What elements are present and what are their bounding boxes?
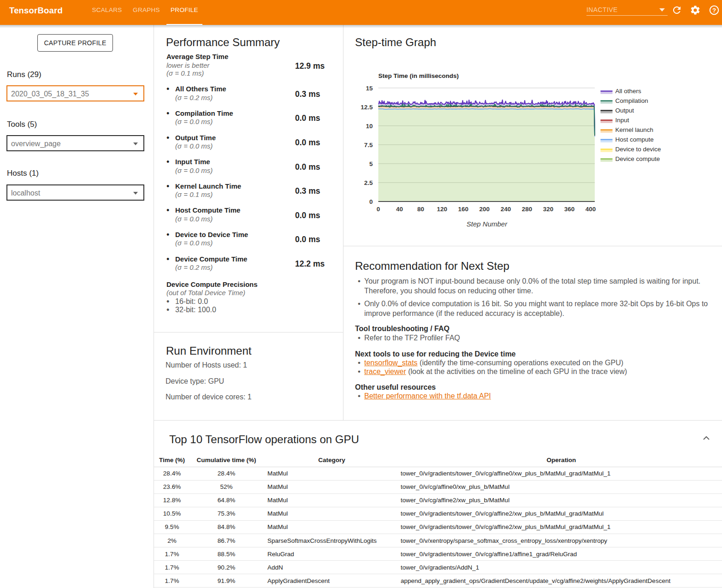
svg-text:10: 10	[366, 123, 373, 130]
svg-text:400: 400	[586, 206, 596, 213]
svg-text:320: 320	[543, 206, 554, 213]
svg-text:Step Number: Step Number	[467, 220, 508, 228]
svg-text:Host compute: Host compute	[615, 136, 654, 143]
svg-text:Step Time (in milliseconds): Step Time (in milliseconds)	[379, 72, 459, 79]
svg-text:Device compute: Device compute	[615, 155, 660, 162]
svg-text:All others: All others	[615, 88, 642, 95]
svg-text:200: 200	[479, 206, 490, 213]
svg-text:160: 160	[458, 206, 468, 213]
svg-text:Compilation: Compilation	[615, 97, 648, 104]
svg-text:15: 15	[366, 85, 373, 92]
svg-text:120: 120	[437, 206, 447, 213]
svg-text:Kernel launch: Kernel launch	[615, 126, 654, 133]
svg-text:Input: Input	[615, 117, 629, 124]
svg-text:240: 240	[501, 206, 511, 213]
svg-text:?: ?	[712, 7, 716, 14]
svg-text:12.5: 12.5	[361, 104, 373, 111]
svg-text:280: 280	[522, 206, 533, 213]
svg-text:40: 40	[396, 206, 403, 213]
svg-text:360: 360	[564, 206, 575, 213]
svg-text:2.5: 2.5	[364, 179, 373, 186]
svg-text:0: 0	[369, 198, 373, 205]
svg-text:5: 5	[369, 160, 373, 167]
svg-text:Output: Output	[615, 107, 634, 114]
svg-text:0: 0	[377, 206, 380, 213]
svg-text:7.5: 7.5	[364, 142, 373, 148]
svg-text:80: 80	[417, 206, 424, 213]
svg-text:Device to device: Device to device	[615, 146, 661, 153]
